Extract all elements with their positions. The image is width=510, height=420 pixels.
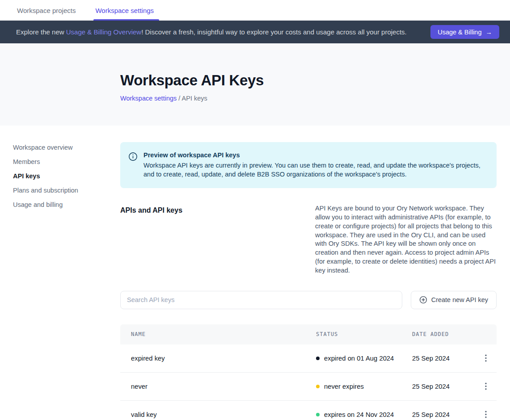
callout-body: Workspace API keys are currently in prev… xyxy=(143,161,483,179)
top-navigation: Workspace projects Workspace settings xyxy=(0,0,510,21)
api-key-status: expired on 01 Aug 2024 xyxy=(316,355,412,362)
content-column: Preview of workspace API keys Workspace … xyxy=(120,126,497,420)
preview-callout: Preview of workspace API keys Workspace … xyxy=(120,142,497,188)
arrow-right-icon: → xyxy=(486,29,493,36)
tab-workspace-projects[interactable]: Workspace projects xyxy=(16,0,76,21)
column-header-name: NAME xyxy=(120,331,316,337)
tab-workspace-settings[interactable]: Workspace settings xyxy=(94,0,155,21)
create-api-key-button[interactable]: Create new API key xyxy=(411,291,497,309)
callout-title: Preview of workspace API keys xyxy=(143,151,483,159)
plus-circle-icon xyxy=(419,296,427,304)
status-dot xyxy=(316,357,320,360)
banner-message: Explore the new Usage & Billing Overview… xyxy=(16,28,430,36)
row-actions-menu-icon[interactable] xyxy=(480,408,492,420)
main-area: Workspace overview Members API keys Plan… xyxy=(0,126,510,420)
section-heading: APIs and API keys xyxy=(120,204,182,275)
banner-text-before: Explore the new xyxy=(16,28,66,36)
table-controls: Create new API key xyxy=(120,291,497,309)
usage-billing-button[interactable]: Usage & Billing → xyxy=(430,25,499,39)
status-dot xyxy=(316,413,320,416)
row-actions-menu-icon[interactable] xyxy=(480,380,492,393)
api-key-date-added: 25 Sep 2024 xyxy=(412,383,475,390)
breadcrumb-separator: / xyxy=(177,95,181,102)
sidebar-item-workspace-overview[interactable]: Workspace overview xyxy=(13,143,120,152)
table-row: expired key expired on 01 Aug 2024 25 Se… xyxy=(120,344,497,373)
api-key-date-added: 25 Sep 2024 xyxy=(412,411,475,418)
api-key-name: valid key xyxy=(120,411,316,418)
table-row: valid key expires on 24 Nov 2024 25 Sep … xyxy=(120,401,497,420)
sidebar-item-usage-and-billing[interactable]: Usage and billing xyxy=(13,200,120,209)
status-text: expired on 01 Aug 2024 xyxy=(324,355,394,362)
column-header-date-added: DATE ADDED xyxy=(412,331,475,337)
api-key-status: never expires xyxy=(316,383,412,390)
sidebar-item-api-keys[interactable]: API keys xyxy=(13,172,120,181)
table-row: never never expires 25 Sep 2024 xyxy=(120,373,497,401)
announcement-banner: Explore the new Usage & Billing Overview… xyxy=(0,21,510,43)
status-text: never expires xyxy=(324,383,364,390)
status-text: expires on 24 Nov 2024 xyxy=(324,411,394,418)
api-keys-section: APIs and API keys API Keys are bound to … xyxy=(120,204,497,275)
api-key-name: expired key xyxy=(120,355,316,362)
search-input[interactable] xyxy=(120,291,402,309)
row-actions-menu-icon[interactable] xyxy=(480,352,492,365)
column-header-status: STATUS xyxy=(316,331,412,337)
page-title: Workspace API Keys xyxy=(120,72,497,89)
sidebar-item-plans-and-subscription[interactable]: Plans and subscription xyxy=(13,186,120,195)
sidebar-item-members[interactable]: Members xyxy=(13,157,120,166)
usage-billing-overview-link[interactable]: Usage & Billing Overview xyxy=(66,28,141,36)
usage-billing-button-label: Usage & Billing xyxy=(438,29,481,36)
breadcrumb-workspace-settings-link[interactable]: Workspace settings xyxy=(120,95,177,102)
section-description: API Keys are bound to your Ory Network w… xyxy=(315,204,497,275)
breadcrumb: Workspace settings / API keys xyxy=(120,95,497,102)
status-dot xyxy=(316,385,320,388)
breadcrumb-current: API keys xyxy=(182,95,207,102)
api-key-date-added: 25 Sep 2024 xyxy=(412,355,475,362)
info-icon xyxy=(128,151,138,179)
page-header: Workspace API Keys Workspace settings / … xyxy=(0,43,510,126)
api-key-name: never xyxy=(120,383,316,390)
create-api-key-button-label: Create new API key xyxy=(431,296,488,303)
api-key-status: expires on 24 Nov 2024 xyxy=(316,411,412,418)
callout-content: Preview of workspace API keys Workspace … xyxy=(143,151,483,179)
api-keys-table: NAME STATUS DATE ADDED expired key expir… xyxy=(120,324,497,420)
settings-sidebar: Workspace overview Members API keys Plan… xyxy=(0,126,120,214)
table-header-row: NAME STATUS DATE ADDED xyxy=(120,324,497,344)
banner-text-after: ! Discover a fresh, insightful way to ex… xyxy=(141,28,407,36)
